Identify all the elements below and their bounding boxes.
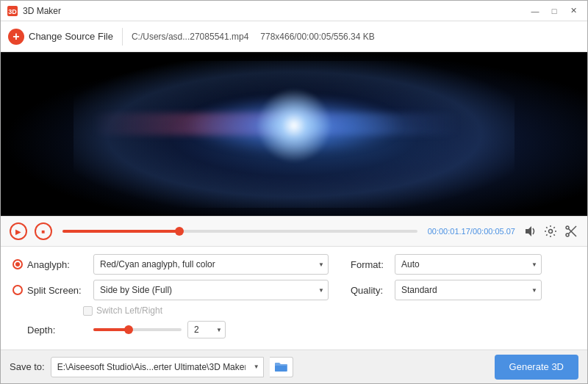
video-background	[1, 52, 587, 216]
change-source-label: Change Source File	[29, 31, 113, 42]
app-icon: 3D	[7, 5, 18, 17]
depth-select[interactable]: 2	[187, 321, 226, 338]
file-details: 778x466/00:00:05/556.34 KB	[260, 32, 374, 42]
title-bar-left: 3D 3D Maker	[7, 5, 61, 17]
progress-bar[interactable]	[62, 230, 417, 233]
window-controls: — □ ✕	[527, 5, 581, 17]
time-display: 00:00:01.17/00:00:05.07	[428, 227, 515, 236]
playback-controls: ▶ ■ 00:00:01.17/00:00:05.07	[1, 216, 587, 247]
video-area	[1, 52, 587, 216]
anaglyph-radio[interactable]	[12, 259, 23, 269]
time-total: 00:00:05.07	[473, 227, 515, 236]
split-screen-radio[interactable]	[12, 285, 23, 295]
format-label: Format:	[351, 259, 395, 270]
split-screen-row: Split Screen: Side by Side (Full) Qualit…	[12, 280, 576, 300]
change-source-button[interactable]: + Change Source File	[8, 29, 113, 45]
progress-fill	[62, 230, 179, 233]
split-screen-label: Split Screen:	[27, 285, 93, 296]
depth-controls: 2	[93, 321, 226, 338]
save-bar: Save to: E:\Aiseesoft Studio\Ais...erter…	[1, 349, 587, 383]
split-screen-left: Split Screen: Side by Side (Full)	[12, 280, 351, 300]
main-window: 3D 3D Maker — □ ✕ + Change Source File C…	[0, 0, 588, 384]
minimize-button[interactable]: —	[527, 5, 543, 17]
settings-icon[interactable]	[543, 224, 558, 239]
split-screen-select[interactable]: Side by Side (Full)	[93, 280, 329, 300]
maximize-button[interactable]: □	[546, 5, 562, 17]
svg-text:3D: 3D	[8, 8, 17, 15]
quality-select-wrapper: Standard	[395, 280, 542, 300]
switch-checkbox-wrapper: Switch Left/Right	[83, 305, 162, 316]
format-right: Format: Auto	[351, 254, 576, 275]
time-current: 00:00:01.17	[428, 227, 470, 236]
anaglyph-label: Anaglyph:	[27, 259, 93, 270]
switch-row: Switch Left/Right	[12, 305, 576, 316]
title-bar: 3D 3D Maker — □ ✕	[1, 1, 587, 21]
depth-slider[interactable]	[93, 328, 182, 331]
anaglyph-select-wrapper: Red/Cyan anaglyph, full color	[93, 254, 329, 275]
stop-button[interactable]: ■	[35, 222, 52, 240]
save-path-wrapper: E:\Aiseesoft Studio\Ais...erter Ultimate…	[51, 357, 264, 377]
format-select-wrapper: Auto	[395, 254, 542, 275]
top-toolbar: + Change Source File C:/Users/asd...2708…	[1, 21, 587, 52]
depth-slider-thumb	[124, 325, 133, 334]
depth-row-container: Depth: 2	[12, 321, 576, 338]
quality-label: Quality:	[351, 285, 395, 296]
progress-thumb	[175, 227, 184, 236]
svg-marker-2	[526, 226, 531, 236]
svg-point-3	[549, 230, 553, 233]
quality-select[interactable]: Standard	[395, 280, 542, 300]
close-button[interactable]: ✕	[565, 5, 581, 17]
anaglyph-left: Anaglyph: Red/Cyan anaglyph, full color	[12, 254, 351, 275]
stop-icon: ■	[42, 228, 46, 235]
browse-folder-button[interactable]	[270, 357, 293, 377]
save-to-label: Save to:	[10, 361, 45, 372]
svg-rect-8	[275, 366, 287, 372]
svg-point-5	[566, 233, 569, 236]
svg-point-4	[566, 226, 569, 229]
play-icon: ▶	[15, 228, 21, 236]
depth-value-wrapper: 2	[187, 321, 226, 338]
file-path: C:/Users/asd...27085541.mp4	[132, 32, 248, 42]
depth-slider-fill	[93, 328, 129, 331]
anaglyph-select[interactable]: Red/Cyan anaglyph, full color	[93, 254, 329, 275]
depth-label: Depth:	[27, 325, 93, 336]
format-select[interactable]: Auto	[395, 254, 542, 275]
video-particles	[1, 52, 587, 216]
quality-right: Quality: Standard	[351, 280, 576, 300]
volume-icon[interactable]	[523, 224, 537, 239]
split-screen-select-wrapper: Side by Side (Full)	[93, 280, 329, 300]
switch-label: Switch Left/Right	[96, 305, 162, 316]
switch-checkbox[interactable]	[83, 306, 93, 316]
cut-icon[interactable]	[564, 224, 578, 239]
settings-area: Anaglyph: Red/Cyan anaglyph, full color …	[1, 247, 587, 349]
plus-icon: +	[8, 29, 24, 45]
generate-3d-button[interactable]: Generate 3D	[495, 355, 578, 380]
app-title: 3D Maker	[23, 6, 61, 16]
control-icons	[523, 224, 578, 239]
video-canvas	[1, 52, 587, 216]
play-button[interactable]: ▶	[10, 222, 27, 240]
save-path-select[interactable]: E:\Aiseesoft Studio\Ais...erter Ultimate…	[51, 357, 264, 377]
file-info: C:/Users/asd...27085541.mp4 778x466/00:0…	[132, 32, 375, 42]
anaglyph-row: Anaglyph: Red/Cyan anaglyph, full color …	[12, 254, 576, 275]
toolbar-divider	[122, 28, 123, 46]
